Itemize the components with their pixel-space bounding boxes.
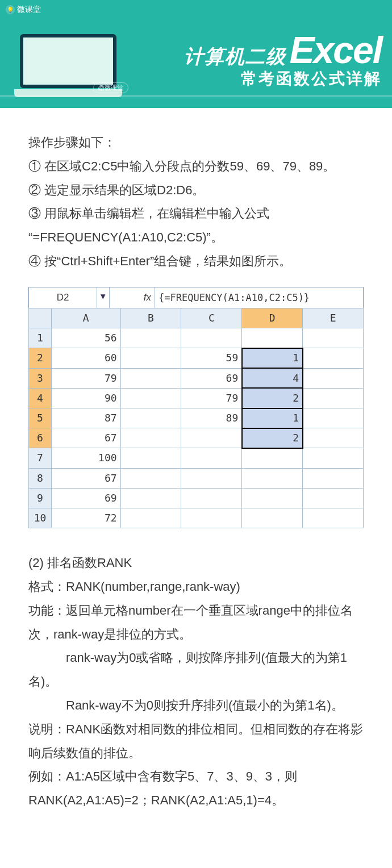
table-row: 7100 — [29, 448, 364, 468]
cell[interactable] — [181, 468, 242, 488]
rank-way0: rank-way为0或省略，则按降序排列(值最大的为第1名)。 — [28, 646, 364, 694]
col-header[interactable]: B — [120, 308, 181, 328]
col-header[interactable]: C — [181, 308, 242, 328]
cell[interactable]: 1 — [242, 408, 303, 428]
cell[interactable]: 60 — [52, 348, 121, 368]
cell[interactable] — [181, 508, 242, 528]
cell[interactable]: 2 — [242, 388, 303, 408]
formula-text[interactable]: {=FREQUENCY(A1:A10,C2:C5)} — [155, 287, 363, 308]
rank-way1: Rank-way不为0则按升序排列(值最小的为第1名)。 — [28, 694, 364, 717]
cell[interactable]: 79 — [181, 388, 242, 408]
cell[interactable] — [303, 488, 364, 508]
rank-title: (2) 排名函数RANK — [28, 551, 364, 575]
cell[interactable] — [303, 348, 364, 368]
table-row: 490792 — [29, 388, 364, 408]
cell[interactable] — [120, 328, 181, 348]
cell[interactable] — [303, 508, 364, 528]
cell[interactable] — [303, 388, 364, 408]
cell[interactable]: 72 — [52, 508, 121, 528]
cell[interactable] — [120, 448, 181, 468]
col-header[interactable]: E — [303, 308, 364, 328]
cell[interactable] — [303, 408, 364, 428]
cell[interactable]: 59 — [181, 348, 242, 368]
cell[interactable] — [120, 428, 181, 448]
cell[interactable]: 2 — [242, 428, 303, 448]
cell[interactable] — [120, 408, 181, 428]
title-cn: 计算机二级 — [184, 44, 286, 70]
brand-label: 微课堂 — [17, 5, 41, 15]
cell[interactable] — [120, 348, 181, 368]
table-row: 1072 — [29, 508, 364, 528]
row-header[interactable]: 10 — [29, 508, 52, 528]
col-header[interactable] — [29, 308, 52, 328]
row-header[interactable]: 2 — [29, 348, 52, 368]
fx-label[interactable]: fx — [110, 287, 155, 308]
table-row: 969 — [29, 488, 364, 508]
excel-screenshot: D2 ▾ fx {=FREQUENCY(A1:A10,C2:C5)} ABCDE… — [28, 287, 364, 528]
cell[interactable]: 79 — [52, 368, 121, 388]
row-header[interactable]: 4 — [29, 388, 52, 408]
row-header[interactable]: 1 — [29, 328, 52, 348]
cell[interactable]: 69 — [52, 488, 121, 508]
cell[interactable] — [120, 368, 181, 388]
col-header[interactable]: D — [242, 308, 303, 328]
table-row: 867 — [29, 468, 364, 488]
row-header[interactable]: 5 — [29, 408, 52, 428]
cell[interactable] — [181, 488, 242, 508]
cell[interactable] — [303, 468, 364, 488]
cell[interactable]: 90 — [52, 388, 121, 408]
cell[interactable] — [181, 428, 242, 448]
cell[interactable] — [242, 448, 303, 468]
cell[interactable]: 67 — [52, 428, 121, 448]
cell[interactable] — [181, 448, 242, 468]
cell[interactable] — [242, 488, 303, 508]
row-header[interactable]: 9 — [29, 488, 52, 508]
cell[interactable] — [120, 488, 181, 508]
row-header[interactable]: 8 — [29, 468, 52, 488]
cell[interactable] — [120, 388, 181, 408]
table-row: 6672 — [29, 428, 364, 448]
title-subtitle: 常考函数公式详解 — [184, 68, 382, 90]
bulb-icon: 💡 — [6, 5, 15, 14]
cell[interactable]: 87 — [52, 408, 121, 428]
table-row: 587891 — [29, 408, 364, 428]
cell[interactable]: 100 — [52, 448, 121, 468]
header-banner: 💡 微课堂 计算机二级 Excel 常考函数公式详解 @微课堂 — [0, 0, 392, 108]
namebox-dropdown-icon[interactable]: ▾ — [97, 287, 110, 308]
account-handle: @微课堂 — [93, 82, 128, 93]
step-3b: “=FREQUENCY(A1:A10,C2:C5)”。 — [28, 226, 364, 249]
row-header[interactable]: 3 — [29, 368, 52, 388]
title-excel: Excel — [290, 28, 382, 72]
steps-heading: 操作步骤如下： — [28, 131, 364, 155]
cell[interactable]: 67 — [52, 468, 121, 488]
cell[interactable] — [120, 508, 181, 528]
cell[interactable]: 1 — [242, 348, 303, 368]
step-1: ① 在区域C2:C5中输入分段点的分数59、69、79、89。 — [28, 155, 364, 178]
cell[interactable] — [303, 368, 364, 388]
name-box[interactable]: D2 — [29, 287, 97, 308]
cell[interactable] — [120, 468, 181, 488]
cell[interactable]: 56 — [52, 328, 121, 348]
formula-bar: D2 ▾ fx {=FREQUENCY(A1:A10,C2:C5)} — [28, 287, 364, 308]
cell[interactable] — [303, 448, 364, 468]
cell[interactable]: 69 — [181, 368, 242, 388]
cell[interactable] — [303, 328, 364, 348]
cell[interactable] — [242, 468, 303, 488]
row-header[interactable]: 7 — [29, 448, 52, 468]
cell[interactable] — [181, 328, 242, 348]
rank-func: 功能：返回单元格number在一个垂直区域range中的排位名次，rank-wa… — [28, 599, 364, 646]
spreadsheet-grid[interactable]: ABCDE 1562605913796944907925878916672710… — [28, 308, 364, 528]
cell[interactable]: 89 — [181, 408, 242, 428]
col-header[interactable]: A — [52, 308, 121, 328]
cell[interactable] — [242, 508, 303, 528]
row-header[interactable]: 6 — [29, 428, 52, 448]
cell[interactable] — [303, 428, 364, 448]
rank-example: 例如：A1:A5区域中含有数字5、7、3、9、3，则RANK(A2,A1:A5)… — [28, 765, 364, 812]
article-body: 操作步骤如下： ① 在区域C2:C5中输入分段点的分数59、69、79、89。 … — [0, 108, 392, 841]
step-2: ② 选定显示结果的区域D2:D6。 — [28, 178, 364, 202]
cell[interactable]: 4 — [242, 368, 303, 388]
brand-tag: 💡 微课堂 — [6, 5, 41, 15]
step-3a: ③ 用鼠标单击编辑栏，在编辑栏中输入公式 — [28, 202, 364, 226]
cell[interactable] — [242, 328, 303, 348]
step-4: ④ 按“Ctrl+Shift+Enter”组合键，结果如图所示。 — [28, 249, 364, 273]
